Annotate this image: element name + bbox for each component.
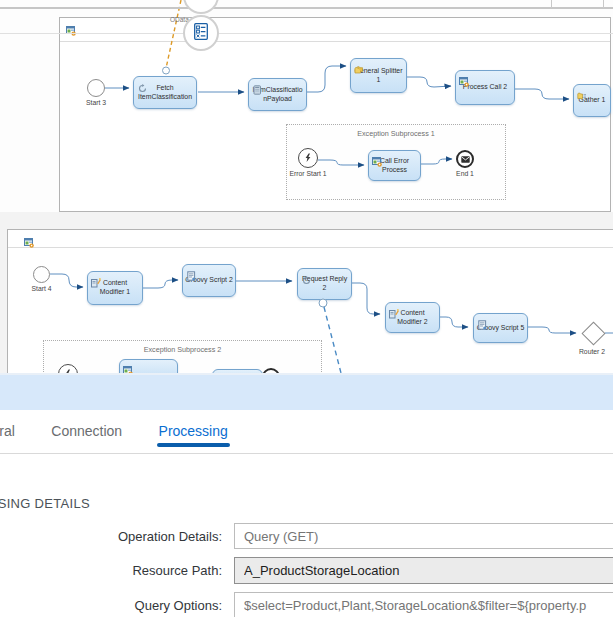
event-label: Start 3 (66, 99, 126, 106)
tab-bar: General Connection Processing (0, 410, 613, 454)
receiver-shadow-line (0, 33, 613, 34)
event-label: End 1 (435, 170, 495, 177)
node-call-error-process[interactable]: Call Error Process (368, 150, 421, 181)
receiver-edge-tick (551, 0, 552, 8)
node-request-reply-2[interactable]: Request Reply 2 (297, 268, 352, 300)
event-error-start-1[interactable] (298, 148, 318, 168)
operation-details-input (234, 523, 613, 549)
subprocess-title: Exception Subprocess 1 (357, 129, 435, 138)
odata-adapter-badge[interactable] (183, 15, 219, 51)
gather-icon (577, 87, 587, 97)
exception-subprocess-2[interactable]: Exception Subprocess 2 (43, 340, 322, 373)
checklist-icon (194, 23, 208, 44)
node-general-splitter-1[interactable]: General Splitter 1 (350, 58, 407, 93)
gateway-label: Router 2 (562, 348, 613, 355)
pool-header-separator (60, 41, 610, 42)
tab-processing[interactable]: Processing (159, 410, 228, 451)
script-icon (477, 316, 487, 326)
content-modifier-icon (91, 274, 101, 284)
node-itemclassification-payload[interactable]: ItemClassificationPayload (248, 78, 307, 111)
operation-details-label: Operation Details: (0, 529, 222, 544)
pool-header-separator (8, 247, 613, 248)
query-options-input (234, 592, 613, 617)
resource-path-input[interactable] (234, 557, 613, 584)
receiver-edge-tick (603, 0, 604, 8)
process-icon (66, 22, 77, 33)
tab-connection[interactable]: Connection (51, 410, 122, 451)
process-icon (123, 362, 133, 372)
node-gather-1[interactable]: Gather 1 (573, 84, 611, 117)
node-process-call-2[interactable]: Process Call 2 (455, 70, 515, 105)
node-groovy-script-2[interactable]: Groovy Script 2 (182, 264, 236, 297)
properties-panel: General Connection Processing PROCESSING… (0, 373, 613, 617)
resource-path-row: Resource Path: (0, 557, 613, 584)
query-options-label: Query Options: (0, 598, 222, 613)
panel-titlebar (0, 375, 613, 410)
iflow-canvas[interactable]: OData (0, 0, 613, 373)
event-start-4[interactable] (33, 266, 50, 283)
script-icon (186, 267, 196, 277)
lightning-icon (304, 153, 312, 163)
node-subprocess-2-task-a[interactable] (119, 359, 178, 373)
event-label: Error Start 1 (278, 170, 338, 177)
event-start-3[interactable] (87, 79, 105, 97)
query-options-row: Query Options: (0, 592, 613, 617)
process-icon (24, 234, 35, 245)
event-label: Start 4 (12, 285, 72, 292)
splitter-icon (354, 61, 364, 71)
subprocess-title: Exception Subprocess 2 (144, 345, 222, 354)
operation-details-row: Operation Details: (0, 523, 613, 549)
enricher-icon (137, 79, 147, 89)
content-modifier-icon (389, 305, 399, 315)
node-content-modifier-1[interactable]: Content Modifier 1 (87, 271, 143, 305)
node-fetch-itemclassification[interactable]: Fetch ItemClassification (133, 76, 197, 109)
process-icon (372, 153, 382, 163)
resource-path-label: Resource Path: (0, 563, 222, 578)
node-groovy-script-5[interactable]: Groovy Script 5 (473, 313, 528, 343)
event-end-1[interactable] (456, 150, 474, 168)
sap-cpi-editor: OData (0, 0, 613, 617)
enricher-icon (301, 271, 311, 281)
section-title: PROCESSING DETAILS (0, 496, 90, 511)
tab-general[interactable]: General (0, 410, 15, 451)
payload-icon (252, 81, 262, 91)
node-content-modifier-2[interactable]: Content Modifier 2 (385, 302, 440, 333)
process-icon (459, 73, 469, 83)
receiver-bottom-border (0, 7, 613, 9)
